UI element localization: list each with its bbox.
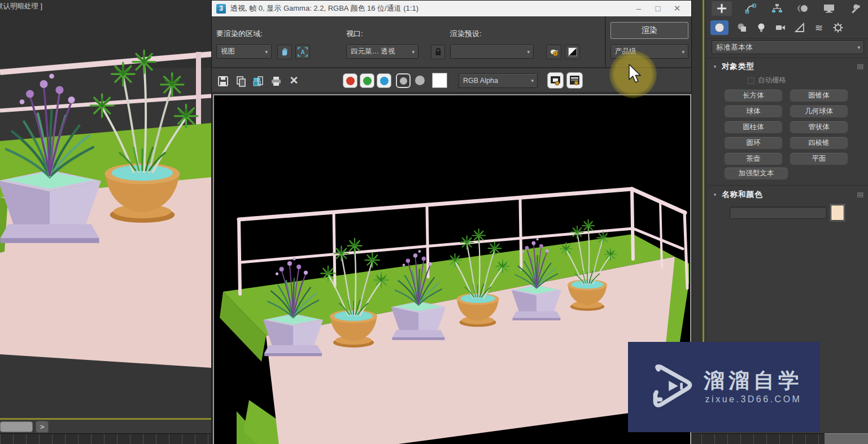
save-image-button[interactable]	[215, 73, 230, 89]
helpers-ruler-icon	[794, 22, 805, 33]
save-floppy-icon	[217, 76, 229, 87]
object-name-field[interactable]	[730, 206, 827, 219]
create-plus-icon	[716, 3, 727, 14]
subtab-cameras[interactable]	[773, 20, 788, 35]
tab-hierarchy[interactable]	[767, 1, 787, 16]
blue-channel-icon	[380, 77, 389, 85]
subtab-systems[interactable]	[830, 20, 846, 35]
camera-icon	[775, 22, 786, 33]
render-canvas-area	[212, 93, 692, 444]
environment-exposure-button[interactable]	[565, 45, 580, 59]
objtype-plane-button[interactable]: 平面	[790, 152, 848, 165]
mouse-cursor	[628, 64, 643, 83]
viewport-label: 视口:	[346, 29, 363, 39]
render-setup-teapot-icon	[548, 47, 559, 57]
objtype-textplus-button[interactable]: 加强型文本	[724, 167, 788, 180]
layers-dialog-button[interactable]	[547, 72, 564, 89]
printer-icon	[271, 76, 282, 87]
maximize-button[interactable]: □	[648, 3, 668, 14]
close-button[interactable]: ✕	[668, 3, 687, 14]
viewport-scene	[0, 0, 212, 418]
objtype-torus-button[interactable]: 圆环	[724, 137, 783, 150]
chevron-down-icon: ▾	[531, 78, 534, 83]
clone-window-icon	[252, 76, 264, 87]
trackbar-end-block	[825, 433, 868, 444]
objtype-cone-button[interactable]: 圆锥体	[790, 89, 848, 102]
lock-viewport-button[interactable]	[431, 45, 445, 59]
exposure-contrast-icon	[568, 47, 577, 56]
open-settings-button[interactable]	[566, 72, 583, 89]
tab-create[interactable]	[712, 1, 732, 16]
objtype-sphere-button[interactable]: 球体	[724, 105, 783, 118]
object-type-rollout-header[interactable]: ▼ 对象类型	[707, 60, 868, 73]
rollout-grid-icon	[857, 192, 863, 197]
chevron-down-icon: ▾	[265, 49, 268, 55]
channel-display-value: RGB Alpha	[463, 77, 498, 85]
area-to-render-dropdown[interactable]: 视图 ▾	[216, 45, 272, 59]
tab-display[interactable]	[819, 1, 839, 16]
area-to-render-value: 视图	[221, 47, 235, 56]
object-color-swatch[interactable]	[831, 205, 844, 221]
dialog-titlebar[interactable]: 3 透视, 帧 0, 显示 Gamma: 2.2, RGBA 颜色 16 位/通…	[212, 1, 691, 16]
objtype-geosphere-button[interactable]: 几何球体	[790, 105, 848, 118]
screenshot-root: 默认明暗处理 ] > 3 透视, 帧 0, 显示 Gamma: 2.2, RGB…	[0, 0, 868, 444]
time-slider-handle[interactable]	[0, 421, 33, 432]
svg-text:A: A	[300, 49, 304, 55]
layers-screen-icon	[549, 74, 561, 86]
monochrome-toggle[interactable]	[396, 73, 411, 88]
auto-region-button[interactable]: A	[295, 45, 310, 59]
object-type-title: 对象类型	[722, 61, 754, 72]
edit-region-button[interactable]	[277, 45, 292, 59]
tab-utilities[interactable]	[845, 1, 865, 16]
rendered-scene	[214, 95, 691, 444]
viewport-shading-label[interactable]: 默认明暗处理 ]	[0, 2, 42, 11]
chevron-down-icon: ▾	[527, 49, 530, 55]
monochrome-icon	[400, 77, 407, 85]
subtab-spacewarps[interactable]: ≋	[811, 20, 827, 35]
hand-icon	[280, 47, 290, 57]
category-value: 标准基本体	[716, 42, 753, 52]
clone-rendered-frame-button[interactable]	[250, 73, 265, 89]
tab-modify[interactable]	[741, 1, 761, 16]
subtab-geometry[interactable]	[710, 20, 729, 35]
viewport-value: 四元菜… 透视	[351, 47, 395, 56]
copy-image-button[interactable]	[233, 73, 248, 89]
viewport-dropdown[interactable]: 四元菜… 透视 ▾	[346, 45, 418, 59]
minimize-button[interactable]: –	[629, 3, 648, 14]
background-color-swatch[interactable]	[432, 73, 447, 88]
render-setup-button[interactable]	[546, 45, 561, 59]
autogrid-checkbox[interactable]	[748, 77, 754, 84]
tab-motion[interactable]	[793, 1, 813, 16]
rollout-arrow-icon: ▼	[713, 192, 717, 197]
category-dropdown[interactable]: 标准基本体 ▾	[712, 41, 864, 54]
watermark-site: zixue.3D66.COM	[705, 394, 802, 405]
print-image-button[interactable]	[268, 73, 283, 89]
objtype-cylinder-button[interactable]: 圆柱体	[724, 121, 783, 134]
objtype-tube-button[interactable]: 管状体	[790, 121, 848, 134]
render-button[interactable]: 渲染	[610, 22, 688, 39]
rollout-arrow-icon: ▼	[713, 64, 717, 69]
alpha-channel-toggle[interactable]	[415, 76, 425, 85]
object-type-buttons: 长方体 圆锥体 球体 几何球体 圆柱体 管状体 圆环 四棱锥 茶壶 平面	[724, 89, 850, 165]
name-color-rollout-header[interactable]: ▼ 名称和颜色	[707, 188, 868, 201]
render-preset-dropdown[interactable]: ▾	[450, 45, 534, 59]
green-channel-toggle[interactable]	[360, 73, 374, 88]
blue-channel-toggle[interactable]	[377, 73, 391, 88]
subtab-shapes[interactable]	[734, 20, 750, 35]
modify-icon	[745, 3, 757, 14]
autogrid-row: 自动栅格	[748, 76, 786, 85]
subtab-helpers[interactable]	[792, 20, 808, 35]
shapes-icon	[736, 22, 748, 33]
subtab-lights[interactable]	[753, 20, 769, 35]
motion-icon	[797, 3, 809, 14]
next-frame-button[interactable]: >	[36, 421, 49, 433]
watermark-overlay: 溜溜自学 zixue.3D66.COM	[628, 342, 820, 432]
objtype-box-button[interactable]: 长方体	[724, 89, 783, 102]
red-channel-toggle[interactable]	[343, 73, 357, 88]
clear-image-button[interactable]: ✕	[286, 73, 302, 88]
objtype-pyramid-button[interactable]: 四棱锥	[790, 137, 848, 150]
channel-display-dropdown[interactable]: RGB Alpha ▾	[459, 73, 538, 88]
objtype-teapot-button[interactable]: 茶壶	[724, 152, 783, 165]
hierarchy-icon	[771, 3, 783, 14]
toolbar-divider	[605, 16, 606, 67]
